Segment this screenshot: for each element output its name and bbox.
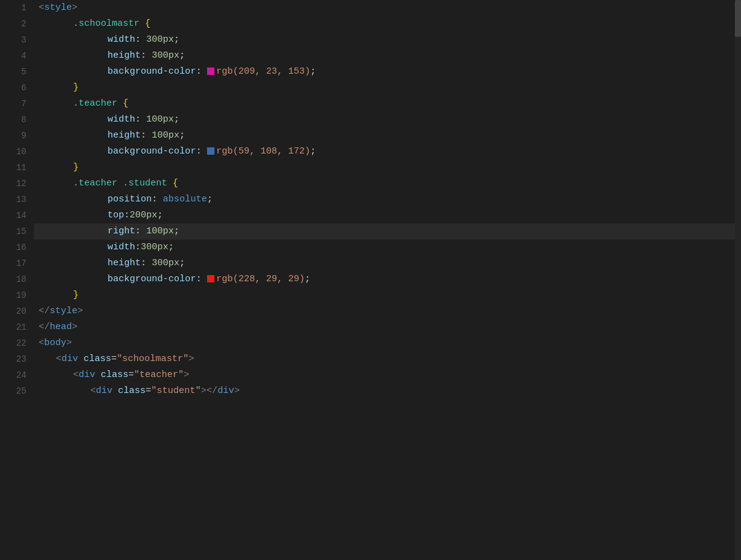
line-number: 2	[0, 16, 26, 32]
line-number: 22	[0, 335, 26, 351]
close-brace: }	[73, 80, 79, 96]
tag-bracket: >	[72, 0, 77, 16]
prop-top: top	[108, 208, 124, 224]
prop-position: position	[108, 192, 152, 208]
code-content[interactable]: <style> .schoolmastr { width: 300px; hei…	[34, 0, 741, 560]
prop-width: width	[108, 32, 135, 48]
code-line-8: width: 100px;	[34, 112, 741, 128]
scrollbar-thumb[interactable]	[735, 0, 741, 37]
colon: :	[196, 64, 207, 80]
colon: :	[196, 144, 207, 160]
value-top: 200px	[130, 208, 157, 224]
code-line-21: </head>	[34, 319, 741, 335]
code-line-3: width: 300px;	[34, 32, 741, 48]
colon: :	[141, 48, 152, 64]
code-line-25: <div class="student"></div>	[34, 383, 741, 399]
line-number: 13	[0, 192, 26, 208]
open-brace: {	[123, 96, 128, 112]
tag-bracket: ></	[201, 383, 218, 399]
code-line-20: </style>	[34, 303, 741, 319]
tag-bracket: <	[39, 335, 44, 351]
semicolon: ;	[174, 112, 179, 128]
value-width: 100px	[146, 112, 174, 128]
close-brace: }	[73, 160, 79, 176]
code-line-12: .teacher .student {	[34, 176, 741, 192]
line-number: 24	[0, 367, 26, 383]
semicolon: ;	[310, 144, 316, 160]
tag-bracket: >	[77, 303, 83, 319]
text	[95, 367, 101, 383]
color-swatch-teacher	[207, 147, 214, 155]
value-width: 300px	[141, 239, 168, 255]
semicolon: ;	[157, 208, 163, 224]
colon: :	[135, 32, 146, 48]
line-number: 15	[0, 224, 26, 239]
prop-height: height	[108, 128, 141, 144]
line-number: 14	[0, 208, 26, 224]
selector-teacher-student: .teacher .student	[73, 176, 167, 192]
line-number: 25	[0, 383, 26, 399]
attr-class: class	[84, 351, 111, 367]
line-number: 5	[0, 64, 26, 80]
prop-height: height	[108, 48, 141, 64]
code-line-24: <div class="teacher">	[34, 367, 741, 383]
selector-teacher: .teacher	[73, 96, 117, 112]
scrollbar-track[interactable]	[735, 0, 741, 560]
color-swatch-schoolmastr	[207, 68, 214, 75]
colon: :	[135, 224, 146, 239]
color-swatch-student	[207, 275, 214, 282]
tag-bracket: <	[73, 367, 79, 383]
prop-width: width	[108, 112, 135, 128]
prop-bg: background-color	[108, 64, 196, 80]
semicolon: ;	[305, 271, 310, 287]
line-number: 11	[0, 160, 26, 176]
line-number: 19	[0, 287, 26, 303]
line-number: 9	[0, 128, 26, 144]
tag-bracket: <	[56, 351, 61, 367]
text	[139, 16, 145, 32]
colon: :	[141, 255, 152, 271]
equals: =	[111, 351, 117, 367]
value-bg: rgb(59, 108, 172)	[216, 144, 310, 160]
line-number: 16	[0, 239, 26, 255]
line-number: 17	[0, 255, 26, 271]
prop-right: right	[108, 224, 135, 239]
semicolon: ;	[207, 192, 213, 208]
line-number: 10	[0, 144, 26, 160]
colon: :	[152, 192, 163, 208]
line-number: 21	[0, 319, 26, 335]
tag-div: div	[79, 367, 95, 383]
line-number: 3	[0, 32, 26, 48]
semicolon: ;	[179, 128, 185, 144]
tag-body: body	[44, 335, 66, 351]
attr-value-schoolmastr: "schoolmastr"	[117, 351, 189, 367]
line-number: 12	[0, 176, 26, 192]
line-number: 23	[0, 351, 26, 367]
value-height: 100px	[152, 128, 179, 144]
attr-value-student: "student"	[151, 383, 201, 399]
tag-bracket: <	[39, 0, 44, 16]
line-numbers: 1 2 3 4 5 6 7 8 9 10 11 12 13 14 15 16 1…	[0, 0, 34, 560]
colon: :	[141, 128, 152, 144]
line-number: 4	[0, 48, 26, 64]
code-line-2: .schoolmastr {	[34, 16, 741, 32]
tag-bracket: >	[66, 335, 72, 351]
text	[78, 351, 84, 367]
code-line-19: }	[34, 287, 741, 303]
value-right: 100px	[146, 224, 174, 239]
semicolon: ;	[310, 64, 316, 80]
value-position: absolute	[163, 192, 207, 208]
tag-style-close: style	[50, 303, 77, 319]
code-line-10: background-color: rgb(59, 108, 172);	[34, 144, 741, 160]
attr-class: class	[101, 367, 128, 383]
equals: =	[146, 383, 151, 399]
colon: :	[196, 271, 207, 287]
code-line-9: height: 100px;	[34, 128, 741, 144]
line-number: 6	[0, 80, 26, 96]
tag-bracket: </	[39, 303, 50, 319]
line-number: 7	[0, 96, 26, 112]
semicolon: ;	[174, 224, 179, 239]
prop-bg: background-color	[108, 271, 196, 287]
code-line-6: }	[34, 80, 741, 96]
text	[117, 96, 123, 112]
